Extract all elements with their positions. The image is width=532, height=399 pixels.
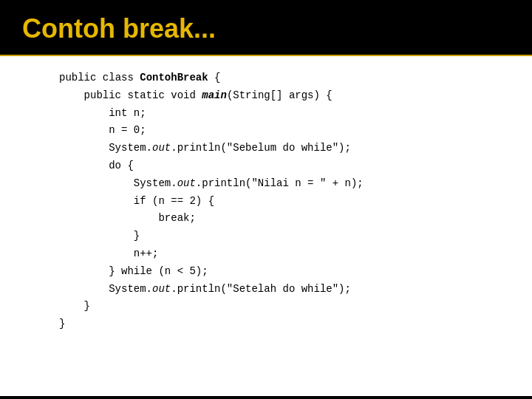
code-line-15: } [59, 316, 510, 333]
code-block: public class ContohBreak { public static… [0, 56, 532, 396]
code-line-13: System.out.println("Setelah do while"); [59, 281, 510, 299]
code-line-9: break; [59, 210, 510, 228]
code-line-5: System.out.println("Sebelum do while"); [59, 140, 510, 157]
code-line-1: public class ContohBreak { [59, 69, 510, 87]
code-line-2: public static void main(String[] args) { [59, 87, 510, 105]
page-title: Contoh break... [22, 13, 216, 44]
code-line-10: } [59, 228, 510, 245]
code-line-6: do { [59, 157, 510, 175]
code-line-3: int n; [59, 105, 510, 123]
code-line-14: } [59, 298, 510, 316]
code-line-12: } while (n < 5); [59, 263, 510, 281]
header: Contoh break... [0, 0, 532, 55]
code-line-11: n++; [59, 245, 510, 263]
code-line-4: n = 0; [59, 122, 510, 140]
code-line-8: if (n == 2) { [59, 193, 510, 211]
code-line-7: System.out.println("Nilai n = " + n); [59, 175, 510, 193]
